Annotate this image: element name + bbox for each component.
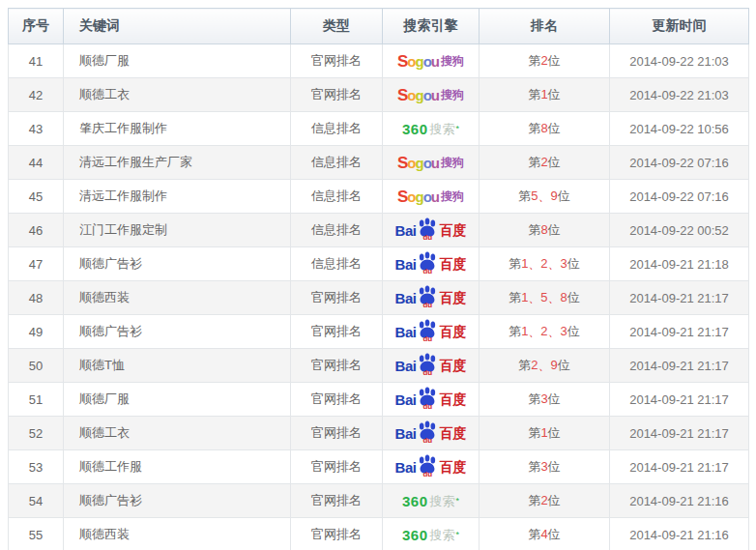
rank-number: 1、5、8 [521, 290, 567, 304]
360-search-logo: 360搜索* [402, 528, 459, 542]
table-row: 51顺德厂服官网排名Baidu百度第3位2014-09-21 21:17 [9, 383, 749, 417]
360-num-label: 360 [402, 494, 428, 508]
rank-number: 3 [540, 459, 547, 474]
cell-rank: 第1、2、3位 [480, 247, 610, 281]
cell-index: 41 [9, 44, 64, 78]
baidu-paw-icon: du [417, 321, 438, 342]
cell-updated: 2014-09-22 07:16 [610, 180, 749, 214]
baidu-logo: Baidu百度 [395, 321, 467, 342]
sogou-cn-label: 搜狗 [441, 89, 464, 101]
cell-rank: 第5、9位 [480, 180, 610, 214]
sogou-letter: S [397, 87, 407, 103]
baidu-cn-label: 百度 [439, 426, 466, 440]
cell-type: 官网排名 [291, 417, 383, 450]
baidu-logo: Baidu百度 [395, 355, 467, 376]
table-row: 50顺德T恤官网排名Baidu百度第2、9位2014-09-21 21:17 [9, 349, 749, 383]
table-body: 41顺德厂服官网排名Sogou搜狗第2位2014-09-22 21:0342顺德… [9, 44, 749, 550]
cell-engine: Sogou搜狗 [383, 146, 480, 180]
sogou-cn-label: 搜狗 [441, 190, 464, 202]
sogou-cn-label: 搜狗 [441, 55, 464, 67]
table-row: 44清远工作服生产厂家信息排名Sogou搜狗第2位2014-09-22 07:1… [9, 146, 749, 180]
rank-number: 1、2、3 [521, 324, 567, 338]
cell-keyword: 顺德工作服 [64, 450, 291, 484]
cell-keyword: 顺德西装 [64, 518, 291, 550]
table-row: 42顺德工衣官网排名Sogou搜狗第1位2014-09-22 21:03 [9, 78, 749, 112]
cell-engine: Baidu百度 [383, 383, 480, 417]
sogou-letter: o [423, 156, 431, 170]
rank-number: 2 [540, 53, 547, 68]
sogou-letter: o [407, 54, 415, 69]
cell-type: 官网排名 [291, 44, 383, 78]
table-row: 41顺德厂服官网排名Sogou搜狗第2位2014-09-22 21:03 [9, 44, 749, 78]
baidu-bai-label: Bai [395, 291, 417, 305]
table-row: 55顺德西装官网排名360搜索*第4位2014-09-21 21:16 [9, 518, 749, 550]
baidu-bai-label: Bai [395, 257, 417, 272]
cell-engine: Sogou搜狗 [383, 78, 480, 112]
rank-number: 5、9 [531, 188, 557, 203]
cell-keyword: 江门工作服定制 [64, 214, 291, 247]
cell-updated: 2014-09-21 21:18 [610, 247, 749, 281]
sogou-letter: S [397, 188, 407, 205]
cell-index: 46 [9, 214, 64, 247]
rank-number: 3 [540, 391, 547, 406]
cell-type: 官网排名 [291, 484, 383, 518]
baidu-bai-label: Bai [395, 392, 417, 407]
baidu-bai-label: Bai [395, 460, 417, 475]
360-cn-label: 搜索 [430, 123, 455, 135]
table-row: 54顺德广告衫官网排名360搜索*第2位2014-09-21 21:16 [9, 484, 749, 518]
cell-updated: 2014-09-21 21:17 [610, 383, 749, 417]
col-header-updated: 更新时间 [610, 9, 749, 44]
cell-keyword: 顺德广告衫 [64, 484, 291, 518]
baidu-cn-label: 百度 [439, 257, 466, 271]
cell-index: 54 [9, 484, 64, 518]
sogou-letter: u [431, 156, 439, 170]
baidu-paw-icon: du [417, 422, 438, 444]
rank-number: 2 [540, 155, 547, 169]
sogou-letter: g [416, 189, 423, 204]
cell-updated: 2014-09-21 21:17 [610, 349, 749, 383]
cell-engine: Sogou搜狗 [383, 180, 480, 214]
sogou-letter: S [397, 155, 407, 171]
baidu-paw-icon: du [417, 456, 438, 478]
360-num-label: 360 [402, 122, 428, 136]
cell-type: 信息排名 [291, 247, 383, 281]
cell-engine: Sogou搜狗 [383, 44, 480, 78]
cell-index: 47 [9, 247, 64, 281]
keyword-ranking-table: 序号关键词类型搜索引擎排名更新时间 41顺德厂服官网排名Sogou搜狗第2位20… [8, 8, 749, 550]
table-row: 52顺德工衣官网排名Baidu百度第1位2014-09-21 21:17 [9, 417, 749, 450]
360-cn-label: 搜索 [430, 495, 455, 507]
table-row: 43肇庆工作服制作信息排名360搜索*第8位2014-09-22 10:56 [9, 112, 749, 146]
baidu-logo: Baidu百度 [395, 456, 467, 478]
cell-type: 官网排名 [291, 349, 383, 383]
rank-number: 1 [540, 425, 547, 440]
baidu-du-label: du [422, 403, 432, 411]
sogou-letter: o [407, 156, 415, 170]
cell-index: 44 [9, 146, 64, 180]
baidu-paw-icon: du [417, 253, 438, 275]
table-row: 46江门工作服定制信息排名Baidu百度第8位2014-09-22 00:52 [9, 214, 749, 247]
cell-keyword: 顺德西装 [64, 281, 291, 315]
cell-updated: 2014-09-21 21:16 [610, 518, 749, 550]
cell-rank: 第8位 [480, 214, 610, 247]
cell-engine: Baidu百度 [383, 247, 480, 281]
cell-index: 50 [9, 349, 64, 383]
baidu-logo: Baidu百度 [395, 389, 467, 410]
col-header-rank: 排名 [480, 9, 610, 44]
baidu-du-label: du [422, 268, 432, 275]
cell-engine: Baidu百度 [383, 417, 480, 450]
sogou-letter: o [423, 88, 431, 102]
cell-index: 55 [9, 518, 64, 550]
sogou-letter: o [407, 189, 415, 204]
sogou-letter: S [397, 53, 407, 70]
sogou-logo: Sogou搜狗 [397, 53, 464, 70]
cell-index: 48 [9, 281, 64, 315]
cell-rank: 第4位 [480, 518, 610, 550]
cell-rank: 第1、5、8位 [480, 281, 610, 315]
baidu-logo: Baidu百度 [395, 287, 467, 308]
sogou-cn-label: 搜狗 [441, 157, 464, 168]
cell-keyword: 清远工作服生产厂家 [64, 146, 291, 180]
baidu-logo: Baidu百度 [395, 422, 467, 444]
cell-keyword: 顺德工衣 [64, 417, 291, 450]
cell-type: 官网排名 [291, 518, 383, 550]
360-search-logo: 360搜索* [402, 122, 459, 136]
